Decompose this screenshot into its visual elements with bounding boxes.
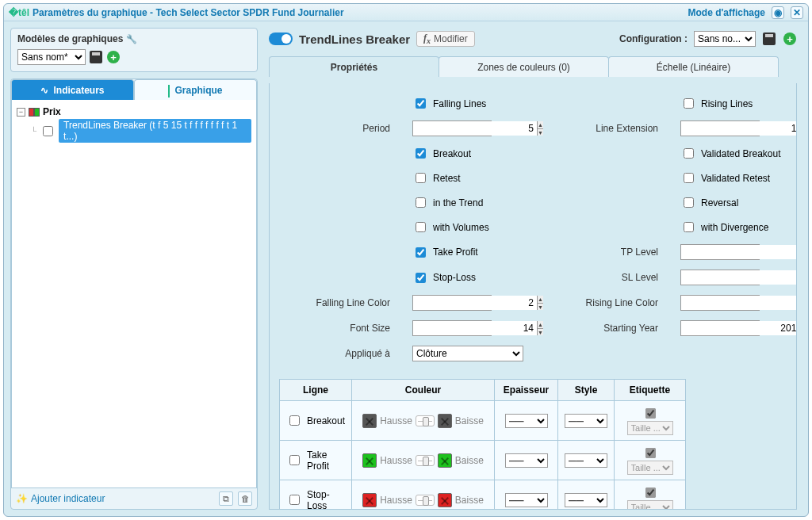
properties-panel: Falling Lines Rising Lines Period ▲▼ Lin… [269, 83, 797, 510]
line-extension-input[interactable]: ▲▼ [680, 120, 760, 136]
tp-level-input[interactable]: ▲▼ [680, 244, 760, 260]
applied-to-select[interactable]: Clôture [412, 346, 523, 361]
sl-up-color[interactable] [362, 493, 377, 507]
rising-line-color-input[interactable]: ▲▼ [680, 295, 760, 311]
modify-label: Modifier [434, 33, 468, 44]
breakout-style[interactable]: ── [565, 414, 607, 428]
col-line: Ligne [280, 380, 352, 401]
save-model-button[interactable] [89, 50, 103, 64]
tree-item-trendlines[interactable]: └ TrendLines Breaker (t f 5 15 t f f f f… [31, 119, 251, 143]
tab-color-zones[interactable]: Zones de couleurs (0) [439, 56, 609, 77]
period-label: Period [274, 123, 393, 134]
models-panel: Modèles de graphiques Sans nom* + [10, 28, 258, 72]
row-sl-check[interactable]: Stop-Loss [286, 489, 345, 510]
tree-panel: ∿ Indicateurs Graphique − Prix [10, 78, 258, 510]
magic-icon [16, 493, 28, 504]
tp-style[interactable]: ── [565, 453, 607, 468]
breakout-label-size[interactable]: Taille ... [627, 421, 673, 435]
validated-retest-check[interactable]: Validated Retest [680, 170, 791, 185]
falling-lines-check[interactable]: Falling Lines [412, 96, 523, 111]
tree-root-price[interactable]: − Prix [17, 105, 251, 119]
table-row: Breakout Hausse Baisse ── ── Taille ... [280, 401, 686, 441]
tab-indicators[interactable]: ∿ Indicateurs [11, 79, 134, 100]
display-mode-icon[interactable]: ◉ [772, 6, 784, 19]
close-icon[interactable]: ✕ [791, 6, 803, 19]
col-label: Etiquette [615, 380, 686, 401]
period-input[interactable]: ▲▼ [412, 120, 492, 136]
with-divergence-check[interactable]: with Divergence [680, 220, 791, 235]
sl-label-size[interactable]: Taille ... [627, 500, 673, 510]
tp-label-check[interactable] [645, 448, 656, 458]
delete-button[interactable]: 🗑 [238, 491, 252, 506]
tab-scale-label: Échelle (Linéaire) [657, 62, 730, 73]
save-icon [90, 51, 102, 63]
validated-breakout-check[interactable]: Validated Breakout [680, 146, 791, 161]
tab-chart[interactable]: Graphique [134, 79, 257, 100]
sl-down-color[interactable] [438, 493, 452, 507]
breakout-thickness[interactable]: ── [505, 414, 548, 428]
breakout-label-check[interactable] [645, 408, 656, 419]
save-config-button[interactable] [762, 32, 776, 46]
indicators-icon: ∿ [40, 85, 48, 96]
window-title: Paramètres du graphique - Tech Select Se… [33, 7, 344, 18]
model-select[interactable]: Sans nom* [17, 49, 86, 65]
col-thickness: Epaisseur [495, 380, 558, 401]
take-profit-check[interactable]: Take Profit [412, 245, 523, 260]
tree-root-label: Prix [43, 106, 61, 117]
sl-level-input[interactable]: ▲▼ [680, 270, 760, 285]
display-mode-label: Mode d'affichage [688, 7, 765, 18]
plus-icon: + [783, 32, 796, 45]
add-model-button[interactable]: + [106, 50, 121, 64]
config-select[interactable]: Sans no... [694, 31, 756, 47]
in-trend-check[interactable]: in the Trend [412, 195, 523, 210]
add-config-button[interactable]: + [783, 32, 797, 46]
tp-slider[interactable] [416, 455, 435, 466]
tab-zones-label: Zones de couleurs (0) [477, 62, 570, 73]
tp-label-size[interactable]: Taille ... [627, 461, 673, 475]
row-tp-check[interactable]: Take Profit [286, 449, 345, 472]
rising-lines-check[interactable]: Rising Lines [680, 96, 791, 111]
plus-icon: + [107, 51, 120, 63]
tp-up-color[interactable] [362, 453, 377, 468]
sl-label-check[interactable] [645, 488, 656, 498]
save-icon [763, 32, 776, 45]
applied-to-label: Appliqué à [274, 348, 393, 359]
sl-thickness[interactable]: ── [505, 493, 548, 507]
font-size-input[interactable]: ▲▼ [412, 320, 492, 336]
tree-item-checkbox[interactable] [43, 126, 53, 136]
wrench-icon[interactable] [126, 33, 137, 44]
indicator-header: TrendLines Breaker fx Modifier Configura… [264, 28, 802, 50]
sl-style[interactable]: ── [565, 493, 607, 507]
breakout-slider[interactable] [416, 415, 435, 426]
reversal-check[interactable]: Reversal [680, 195, 791, 210]
breakout-check[interactable]: Breakout [412, 146, 523, 161]
tp-down-color[interactable] [438, 453, 452, 468]
tab-properties[interactable]: Propriétés [269, 56, 439, 77]
indicator-toggle[interactable] [269, 32, 293, 45]
modify-button[interactable]: fx Modifier [416, 31, 475, 47]
app-icon: �têl [9, 7, 29, 18]
breakout-down-color[interactable] [438, 414, 452, 428]
tree-item-label: TrendLines Breaker (t f 5 15 t f f f f f… [59, 119, 251, 143]
falling-line-color-label: Falling Line Color [274, 297, 393, 308]
falling-line-color-input[interactable]: ▲▼ [412, 295, 492, 311]
tab-indicators-label: Indicateurs [53, 85, 104, 96]
row-breakout-check[interactable]: Breakout [286, 413, 345, 428]
starting-year-input[interactable]: ▲▼ [680, 320, 760, 336]
chart-icon [168, 85, 170, 96]
tree-collapse-icon[interactable]: − [17, 108, 25, 117]
tp-thickness[interactable]: ── [505, 453, 548, 468]
tab-scale[interactable]: Échelle (Linéaire) [608, 56, 779, 77]
sl-slider[interactable] [416, 495, 435, 506]
breakout-up-color[interactable] [362, 414, 377, 428]
fx-icon: fx [423, 32, 431, 45]
add-indicator-button[interactable]: Ajouter indicateur [16, 493, 105, 504]
starting-year-label: Starting Year [542, 323, 661, 334]
retest-check[interactable]: Retest [412, 170, 523, 185]
table-row: Take Profit Hausse Baisse ── ── Taille .… [280, 441, 686, 480]
with-volumes-check[interactable]: with Volumes [412, 220, 523, 235]
rising-line-color-label: Rising Line Color [542, 297, 661, 308]
duplicate-button[interactable]: ⧉ [219, 491, 233, 506]
stop-loss-check[interactable]: Stop-Loss [412, 270, 523, 285]
lines-table: Ligne Couleur Epaisseur Style Etiquette … [279, 379, 686, 510]
